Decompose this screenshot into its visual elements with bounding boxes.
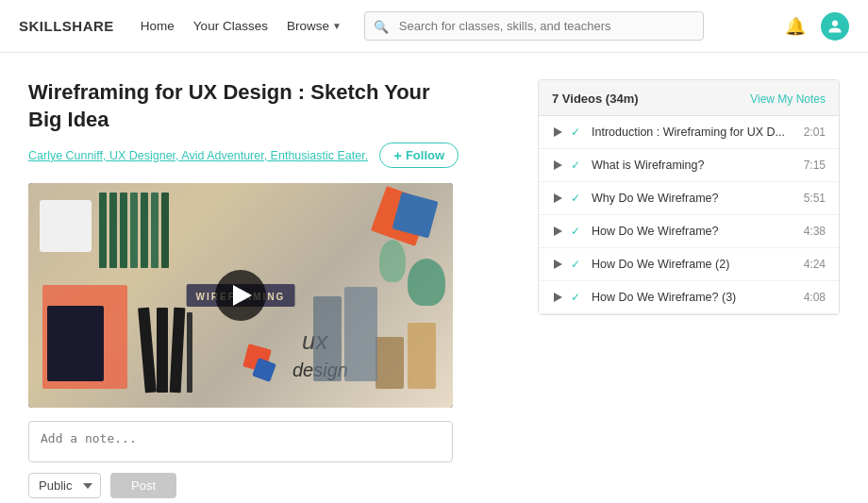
video-player[interactable]: WIREFRAMING ux design <box>28 183 453 408</box>
post-button[interactable]: Post <box>110 473 176 498</box>
check-icon: ✓ <box>571 192 584 205</box>
check-icon: ✓ <box>571 126 584 139</box>
header-right: 🔔 <box>785 12 849 41</box>
nav-your-classes[interactable]: Your Classes <box>193 19 268 33</box>
chevron-down-icon: ▼ <box>332 21 342 31</box>
instructor-link[interactable]: Carlye Cunniff, UX Designer, Avid Advent… <box>28 149 368 162</box>
note-actions: Public Private Post <box>28 473 453 498</box>
video-title: How Do We Wireframe? (3) <box>592 291 789 304</box>
playlist-summary: 7 Videos (34m) <box>552 92 639 106</box>
video-thumbnail: WIREFRAMING ux design <box>28 183 453 408</box>
instructor-row: Carlye Cunniff, UX Designer, Avid Advent… <box>28 143 519 168</box>
play-small-icon <box>552 259 563 270</box>
video-duration: 4:08 <box>804 291 826 304</box>
user-avatar[interactable] <box>821 12 849 41</box>
video-duration: 4:24 <box>804 258 826 271</box>
nav-browse[interactable]: Browse ▼ <box>287 19 342 33</box>
play-small-icon <box>552 159 563 171</box>
check-icon: ✓ <box>571 258 584 271</box>
header: SKILLSHARE Home Your Classes Browse ▼ 🔍 … <box>0 0 868 53</box>
playlist-item[interactable]: ✓ Why Do We Wireframe? 5:51 <box>539 182 839 215</box>
playlist-item[interactable]: ✓ How Do We Wireframe? (3) 4:08 <box>539 281 839 314</box>
view-my-notes-link[interactable]: View My Notes <box>750 92 826 106</box>
course-title: Wireframing for UX Design : Sketch Your … <box>28 79 462 133</box>
check-icon: ✓ <box>571 291 584 304</box>
playlist-body: ✓ Introduction : Wireframing for UX D...… <box>539 116 839 314</box>
playlist-header: 7 Videos (34m) View My Notes <box>539 80 839 116</box>
video-title: What is Wireframing? <box>592 159 789 172</box>
follow-button[interactable]: + Follow <box>379 143 459 168</box>
video-duration: 5:51 <box>804 192 826 205</box>
main-nav: Home Your Classes Browse ▼ <box>141 19 342 33</box>
logo: SKILLSHARE <box>19 18 114 34</box>
check-icon: ✓ <box>571 159 584 172</box>
search-icon: 🔍 <box>374 19 389 33</box>
play-small-icon <box>552 126 563 138</box>
play-small-icon <box>552 193 563 204</box>
playlist-item[interactable]: ✓ How Do We Wireframe? 4:38 <box>539 215 839 248</box>
check-icon: ✓ <box>571 225 584 238</box>
play-button[interactable] <box>215 270 266 321</box>
bell-icon[interactable]: 🔔 <box>785 16 806 37</box>
playlist-item[interactable]: ✓ Introduction : Wireframing for UX D...… <box>539 116 839 149</box>
playlist-item[interactable]: ✓ What is Wireframing? 7:15 <box>539 149 839 182</box>
main-content: Wireframing for UX Design : Sketch Your … <box>0 53 868 503</box>
video-duration: 2:01 <box>804 126 826 139</box>
search-wrapper: 🔍 <box>364 11 704 41</box>
video-title: How Do We Wireframe? <box>592 225 789 238</box>
visibility-select[interactable]: Public Private <box>28 473 101 498</box>
video-duration: 4:38 <box>804 225 826 238</box>
playlist: 7 Videos (34m) View My Notes ✓ Introduct… <box>538 79 840 315</box>
note-area: Public Private Post <box>28 421 453 498</box>
plus-icon: + <box>393 147 402 163</box>
video-title: Why Do We Wireframe? <box>592 192 789 205</box>
person-icon <box>827 19 843 34</box>
nav-home[interactable]: Home <box>141 19 175 33</box>
left-panel: Wireframing for UX Design : Sketch Your … <box>28 79 538 484</box>
play-small-icon <box>552 226 563 237</box>
note-input[interactable] <box>28 421 453 462</box>
right-panel: 7 Videos (34m) View My Notes ✓ Introduct… <box>538 79 840 484</box>
video-duration: 7:15 <box>804 159 826 172</box>
search-input[interactable] <box>364 11 704 41</box>
playlist-item[interactable]: ✓ How Do We Wireframe (2) 4:24 <box>539 248 839 281</box>
video-title: How Do We Wireframe (2) <box>592 258 789 271</box>
video-title: Introduction : Wireframing for UX D... <box>592 126 789 139</box>
play-small-icon <box>552 292 563 303</box>
play-icon <box>233 285 252 306</box>
